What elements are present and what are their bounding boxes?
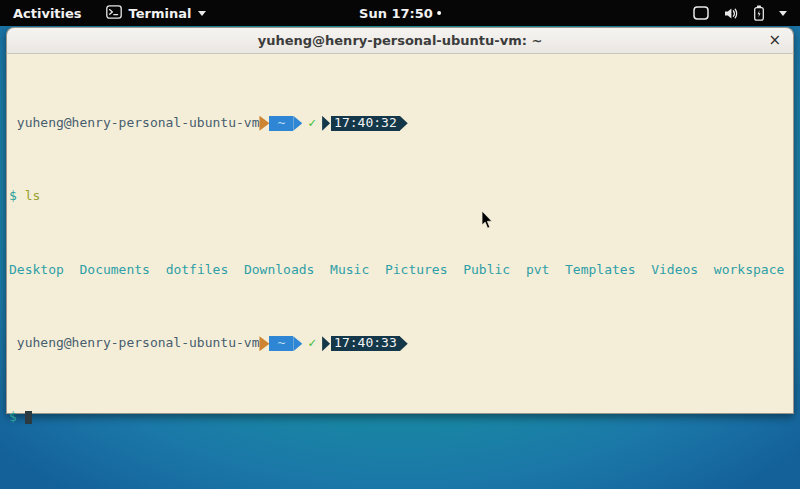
mouse-cursor-icon <box>481 211 494 234</box>
terminal-screen[interactable]: yuheng@henry-personal-ubuntu-vm ~ ✓ 17:4… <box>6 54 794 414</box>
powerline-arrow-icon <box>322 336 330 351</box>
directory-name: Downloads <box>244 263 314 278</box>
prompt-path-segment: ~ <box>269 116 293 131</box>
prompt-symbol: $ <box>9 189 17 204</box>
prompt-line: yuheng@henry-personal-ubuntu-vm ~ ✓ 17:4… <box>9 116 793 131</box>
terminal-window: yuheng@henry-personal-ubuntu-vm: ~ × yuh… <box>6 27 794 414</box>
powerline-arrow-icon <box>400 336 408 351</box>
app-menu-terminal[interactable]: Terminal <box>106 5 207 22</box>
prompt-line: yuheng@henry-personal-ubuntu-vm ~ ✓ 17:4… <box>9 336 793 351</box>
notification-dot-icon <box>437 11 441 15</box>
battery-charging-icon <box>753 5 765 21</box>
prompt-user-host: yuheng@henry-personal-ubuntu-vm <box>9 336 259 351</box>
directory-name: workspace <box>714 263 784 278</box>
directory-name: dotfiles <box>166 263 229 278</box>
prompt-path-segment: ~ <box>269 336 293 351</box>
powerline-arrow-icon <box>293 336 302 351</box>
input-line: $ <box>9 410 793 425</box>
chevron-down-icon <box>198 11 206 16</box>
powerline-arrow-icon <box>259 116 269 131</box>
prompt-timestamp: 17:40:32 <box>331 116 400 131</box>
typed-command: ls <box>25 189 41 204</box>
clock-button[interactable]: Sun 17:50 <box>359 6 441 21</box>
powerline-arrow-icon <box>400 116 408 131</box>
ls-output-line: Desktop Documents dotfiles Downloads Mus… <box>9 263 793 278</box>
close-icon[interactable]: × <box>768 33 781 48</box>
status-check-icon: ✓ <box>308 336 316 351</box>
app-menu-label: Terminal <box>129 6 192 21</box>
screen-icon <box>693 6 709 20</box>
terminal-cursor <box>25 411 33 424</box>
directory-name: Desktop <box>9 263 64 278</box>
directory-name: Documents <box>79 263 149 278</box>
activities-button[interactable]: Activities <box>13 6 82 21</box>
command-line: $ ls <box>9 189 793 204</box>
volume-icon <box>723 6 739 21</box>
prompt-timestamp: 17:40:33 <box>331 336 400 351</box>
system-status-area[interactable] <box>693 5 787 21</box>
dropdown-caret-icon <box>779 11 787 16</box>
prompt-symbol: $ <box>9 410 17 425</box>
directory-name: Music <box>330 263 369 278</box>
powerline-arrow-icon <box>293 116 302 131</box>
clock-label: Sun 17:50 <box>359 6 433 21</box>
powerline-arrow-icon <box>259 336 269 351</box>
window-titlebar[interactable]: yuheng@henry-personal-ubuntu-vm: ~ × <box>6 27 794 54</box>
directory-name: Public <box>463 263 510 278</box>
prompt-user-host: yuheng@henry-personal-ubuntu-vm <box>9 116 259 131</box>
directory-name: Videos <box>651 263 698 278</box>
powerline-arrow-icon <box>322 116 330 131</box>
top-bar: Activities Terminal Sun 17:50 <box>0 0 800 26</box>
window-title: yuheng@henry-personal-ubuntu-vm: ~ <box>258 33 543 48</box>
directory-name: Templates <box>565 263 635 278</box>
directory-name: pvt <box>526 263 549 278</box>
terminal-icon <box>106 5 122 22</box>
directory-name: Pictures <box>385 263 448 278</box>
status-check-icon: ✓ <box>308 116 316 131</box>
